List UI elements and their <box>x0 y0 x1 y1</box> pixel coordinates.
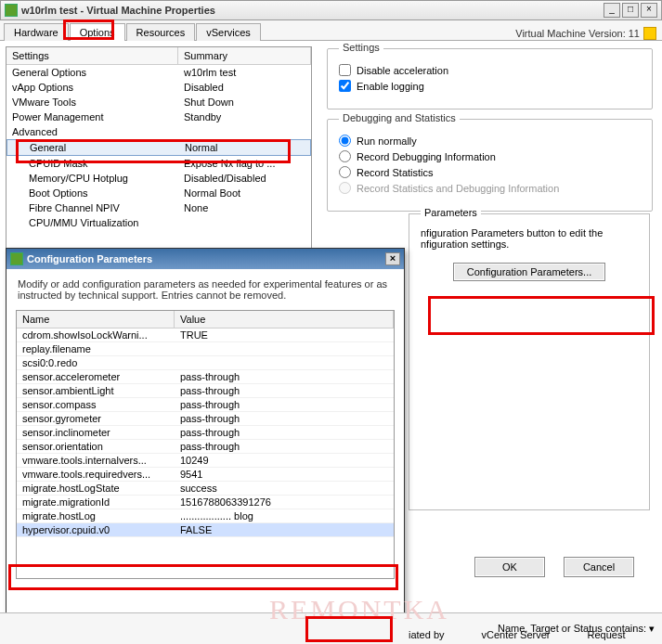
radio-record-stats-label: Record Statistics <box>357 167 434 178</box>
parameters-legend: Parameters <box>421 207 481 218</box>
list-row[interactable]: GeneralNormal <box>6 139 311 156</box>
window-close-button[interactable]: × <box>641 3 657 18</box>
dialog-description: Modify or add configuration parameters a… <box>6 269 404 310</box>
ok-button[interactable]: OK <box>474 557 545 577</box>
radio-record-debug[interactable]: Record Debugging Information <box>339 150 641 162</box>
table-row[interactable]: sensor.compasspass-through <box>17 398 394 412</box>
list-row[interactable]: Power ManagementStandby <box>6 109 311 124</box>
params-table: Name Value cdrom.showIsoLockWarni...TRUE… <box>16 310 395 579</box>
table-row[interactable]: migrate.migrationId1516788063391276 <box>17 496 394 509</box>
list-row[interactable]: VMware ToolsShut Down <box>6 95 311 109</box>
list-row[interactable]: Advanced <box>6 124 311 139</box>
disable-acceleration-checkbox[interactable]: Disable acceleration <box>339 64 641 76</box>
config-params-dialog: Configuration Parameters × Modify or add… <box>6 248 405 638</box>
table-row[interactable]: sensor.ambientLightpass-through <box>17 384 394 398</box>
tab-vservices[interactable]: vServices <box>196 23 261 41</box>
enable-logging-checkbox[interactable]: Enable logging <box>339 80 641 92</box>
radio-record-both-label: Record Statistics and Debugging Informat… <box>357 183 559 194</box>
radio-record-both: Record Statistics and Debugging Informat… <box>339 182 641 194</box>
tabs-bar: Hardware Options Resources vServices Vir… <box>0 20 662 41</box>
radio-record-stats[interactable]: Record Statistics <box>339 166 641 178</box>
configuration-parameters-button[interactable]: Configuration Parameters... <box>453 263 606 281</box>
radio-record-debug-label: Record Debugging Information <box>357 151 496 162</box>
dialog-close-button[interactable]: × <box>385 252 400 265</box>
list-row[interactable]: Fibre Channel NPIVNone <box>6 200 311 215</box>
debug-fieldset: Debugging and Statistics Run normally Re… <box>327 119 653 212</box>
settings-fieldset: Settings Disable acceleration Enable log… <box>327 48 653 109</box>
tab-resources[interactable]: Resources <box>126 23 196 41</box>
list-row[interactable]: General Optionsw10rlm test <box>6 65 311 80</box>
debug-legend: Debugging and Statistics <box>339 112 460 123</box>
status-request: Request <box>588 629 626 640</box>
col-settings[interactable]: Settings <box>6 47 178 64</box>
parameters-fieldset: Parameters nfiguration Parameters button… <box>409 213 650 510</box>
col-summary[interactable]: Summary <box>178 47 311 64</box>
table-row[interactable]: scsi0:0.redo <box>17 356 394 370</box>
table-row[interactable]: sensor.inclinometerpass-through <box>17 426 394 440</box>
table-row[interactable]: hypervisor.cpuid.v0FALSE <box>17 523 394 537</box>
table-row[interactable]: vmware.tools.requiredvers...9541 <box>17 468 394 482</box>
table-row[interactable]: sensor.accelerometerpass-through <box>17 370 394 384</box>
enable-logging-label: Enable logging <box>357 81 424 92</box>
parameters-text: nfiguration Parameters button to edit th… <box>421 227 638 250</box>
vm-version-label: Virtual Machine Version: 11 <box>515 27 656 40</box>
dialog-titlebar: Configuration Parameters × <box>6 249 404 269</box>
table-row[interactable]: replay.filename <box>17 342 394 356</box>
status-initiated: iated by <box>409 629 445 640</box>
vm-version-text: Virtual Machine Version: 11 <box>515 28 640 39</box>
list-row[interactable]: vApp OptionsDisabled <box>6 80 311 95</box>
col-name[interactable]: Name <box>17 311 175 328</box>
window-maximize-button[interactable]: □ <box>622 3 639 18</box>
table-row[interactable]: sensor.orientationpass-through <box>17 440 394 454</box>
table-row[interactable]: migrate.hostLogStatesuccess <box>17 482 394 496</box>
dialog-title: Configuration Parameters <box>27 253 152 264</box>
settings-list: Settings Summary General Optionsw10rlm t… <box>6 46 312 267</box>
col-value[interactable]: Value <box>175 311 394 328</box>
tab-hardware[interactable]: Hardware <box>4 23 69 41</box>
list-row[interactable]: Boot OptionsNormal Boot <box>6 186 311 200</box>
warning-icon <box>643 27 656 40</box>
list-row[interactable]: CPU/MMU Virtualization <box>6 215 311 230</box>
table-row[interactable]: vmware.tools.internalvers...10249 <box>17 454 394 468</box>
table-row[interactable]: migrate.hostLog.................. blog <box>17 509 394 523</box>
settings-legend: Settings <box>339 42 383 53</box>
radio-run-normally-label: Run normally <box>357 135 417 147</box>
app-icon <box>5 4 18 17</box>
list-row[interactable]: Memory/CPU HotplugDisabled/Disabled <box>6 171 311 186</box>
table-row[interactable]: cdrom.showIsoLockWarni...TRUE <box>17 328 394 342</box>
cancel-button[interactable]: Cancel <box>564 557 634 577</box>
dialog-icon <box>10 252 23 265</box>
table-row[interactable]: sensor.gyrometerpass-through <box>17 412 394 426</box>
params-table-header: Name Value <box>17 311 394 328</box>
window-titlebar: w10rlm test - Virtual Machine Properties… <box>0 0 662 20</box>
radio-run-normally[interactable]: Run normally <box>339 135 641 147</box>
tab-options[interactable]: Options <box>70 23 125 41</box>
window-minimize-button[interactable]: _ <box>604 3 620 18</box>
settings-list-header: Settings Summary <box>6 47 311 65</box>
window-title: w10rlm test - Virtual Machine Properties <box>21 5 602 16</box>
status-vcenter: vCenter Server <box>482 629 551 640</box>
list-row[interactable]: CPUID MaskExpose Nx flag to ... <box>6 156 311 171</box>
disable-acceleration-label: Disable acceleration <box>357 65 448 76</box>
